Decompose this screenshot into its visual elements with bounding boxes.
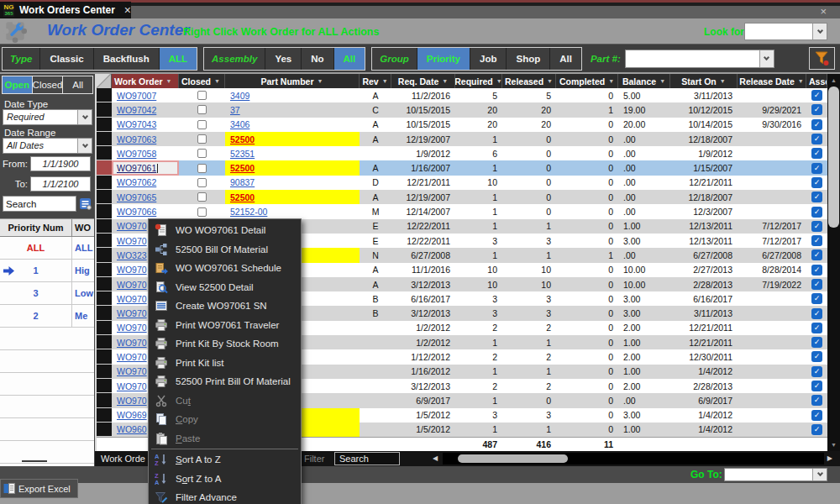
look-for-combo[interactable] bbox=[744, 23, 827, 40]
col-header-required[interactable]: Required bbox=[455, 74, 502, 88]
menu-item-sort-z-to-a[interactable]: ZASort Z to A bbox=[149, 470, 301, 489]
row-selector-cell[interactable] bbox=[97, 393, 112, 407]
filter-group-job-button[interactable]: Job bbox=[470, 48, 506, 70]
part-number-combo[interactable] bbox=[625, 50, 774, 68]
row-selector-cell[interactable] bbox=[97, 335, 112, 349]
tab-search[interactable]: Search bbox=[334, 452, 400, 465]
row-selector-cell[interactable] bbox=[97, 219, 112, 234]
assembly-checkbox[interactable] bbox=[811, 337, 822, 348]
from-date-field[interactable]: 1/1/1900 bbox=[30, 156, 91, 171]
part-number-link[interactable]: 52500 bbox=[230, 163, 255, 173]
chevron-down-icon[interactable] bbox=[812, 469, 827, 480]
work-order-link[interactable]: WO97065 bbox=[117, 192, 156, 202]
work-order-link[interactable]: WO97063 bbox=[117, 134, 156, 144]
row-selector-cell[interactable] bbox=[97, 118, 112, 132]
search-input[interactable]: Search bbox=[3, 196, 76, 212]
tab-work-orders[interactable]: Work Orde bbox=[101, 451, 145, 466]
row-selector-cell[interactable] bbox=[97, 263, 112, 277]
closed-checkbox[interactable] bbox=[197, 207, 207, 217]
col-header-release-date[interactable]: Release Date bbox=[738, 74, 806, 88]
filter-dropdown-icon[interactable] bbox=[608, 78, 614, 84]
menu-item-wo-wo97061-detail[interactable]: WO WO97061 Detail bbox=[149, 221, 301, 240]
assembly-checkbox[interactable] bbox=[811, 293, 822, 304]
closed-checkbox[interactable] bbox=[197, 164, 207, 173]
closed-checkbox[interactable] bbox=[197, 149, 207, 158]
assembly-checkbox[interactable] bbox=[811, 104, 822, 115]
work-order-link[interactable]: WO97042 bbox=[117, 105, 156, 115]
row-selector-cell[interactable] bbox=[97, 248, 112, 262]
work-order-link[interactable]: WO970 bbox=[117, 366, 147, 376]
closed-checkbox[interactable] bbox=[197, 134, 207, 144]
filter-dropdown-icon[interactable] bbox=[720, 78, 726, 84]
assembly-checkbox[interactable] bbox=[811, 163, 822, 174]
closed-checkbox[interactable] bbox=[197, 105, 207, 114]
date-type-combo[interactable]: Required bbox=[3, 109, 92, 125]
menu-item-52500-print-bill-of-material[interactable]: 52500 Print Bill Of Material bbox=[149, 372, 301, 391]
menu-item-52500-bill-of-material[interactable]: 52500 Bill Of Material bbox=[149, 240, 301, 260]
assembly-checkbox[interactable] bbox=[811, 265, 822, 276]
row-selector-cell[interactable] bbox=[97, 160, 112, 175]
priority-row[interactable]: 3Low bbox=[0, 282, 94, 305]
export-excel-button[interactable]: Export Excel bbox=[0, 479, 78, 498]
horizontal-scrollbar[interactable] bbox=[433, 453, 834, 465]
wo-priority-header[interactable]: WO bbox=[72, 219, 94, 236]
col-header-assemb[interactable]: Assemb bbox=[806, 74, 827, 88]
work-order-link[interactable]: WO970 bbox=[117, 294, 147, 304]
assembly-checkbox[interactable] bbox=[811, 424, 822, 435]
scroll-left-icon[interactable] bbox=[433, 455, 438, 462]
work-order-link[interactable]: WO970 bbox=[117, 265, 147, 275]
col-header-wo[interactable]: Work Order bbox=[112, 74, 179, 88]
horizontal-scroll-track[interactable] bbox=[443, 453, 824, 465]
assembly-checkbox[interactable] bbox=[811, 351, 822, 362]
col-header-balance[interactable]: Balance bbox=[618, 74, 670, 88]
filter-type-classic-button[interactable]: Classic bbox=[39, 48, 92, 70]
work-order-link[interactable]: WO970 bbox=[117, 338, 147, 348]
priority-row[interactable]: 1Hig bbox=[0, 260, 94, 282]
work-order-link[interactable]: WO970 bbox=[117, 396, 147, 406]
assembly-checkbox[interactable] bbox=[811, 410, 822, 421]
menu-item-print-kit-list[interactable]: Print Kit list bbox=[149, 354, 301, 373]
scroll-down-icon[interactable] bbox=[827, 439, 840, 450]
row-selector-cell[interactable] bbox=[97, 291, 112, 306]
table-row[interactable]: WO9706352500A12/19/2007100.0012/18/2007 bbox=[97, 132, 827, 146]
assembly-checkbox[interactable] bbox=[811, 119, 822, 130]
closed-checkbox[interactable] bbox=[197, 91, 207, 100]
table-row[interactable]: WO9706290837D12/21/20111000.0012/21/2011 bbox=[97, 176, 827, 190]
row-selector-cell[interactable] bbox=[97, 234, 112, 248]
work-order-link[interactable]: WO970 bbox=[117, 352, 147, 362]
table-row[interactable]: WO97058523511/9/2012600.001/9/2012 bbox=[97, 146, 827, 160]
work-order-link[interactable]: WO97043 bbox=[117, 119, 156, 129]
part-number-link[interactable]: 52500 bbox=[230, 134, 255, 144]
panel-resize-handle[interactable] bbox=[22, 460, 47, 462]
part-number-link[interactable]: 3406 bbox=[230, 119, 249, 129]
filter-type-backflush-button[interactable]: Backflush bbox=[93, 48, 159, 70]
work-order-link[interactable]: WO970 bbox=[117, 381, 147, 391]
table-row[interactable]: WO9706152500A1/16/2007100.001/15/2007 bbox=[97, 160, 827, 175]
part-number-link[interactable]: 3409 bbox=[230, 91, 249, 101]
filter-dropdown-icon[interactable] bbox=[547, 78, 553, 84]
row-selector-cell[interactable] bbox=[97, 176, 112, 190]
filter-assembly-no-button[interactable]: No bbox=[301, 48, 333, 70]
assembly-checkbox[interactable] bbox=[811, 395, 822, 406]
part-number-link[interactable]: 37 bbox=[230, 105, 240, 115]
row-selector-cell[interactable] bbox=[97, 423, 112, 437]
assembly-checkbox[interactable] bbox=[811, 308, 822, 319]
closed-checkbox[interactable] bbox=[197, 178, 207, 187]
row-selector-cell[interactable] bbox=[97, 365, 112, 379]
assembly-checkbox[interactable] bbox=[811, 221, 822, 232]
assembly-checkbox[interactable] bbox=[811, 279, 822, 290]
assembly-checkbox[interactable] bbox=[811, 381, 822, 391]
filter-dropdown-icon[interactable] bbox=[382, 78, 388, 84]
work-order-link[interactable]: WO97058 bbox=[117, 149, 156, 159]
scroll-right-icon[interactable] bbox=[827, 455, 832, 462]
closed-checkbox[interactable] bbox=[197, 120, 207, 129]
menu-item-sort-a-to-z[interactable]: AZSort A to Z bbox=[149, 450, 301, 470]
work-order-link[interactable]: WO97066 bbox=[117, 207, 156, 217]
view-all-button[interactable]: All bbox=[62, 76, 92, 93]
part-number-link[interactable]: 90837 bbox=[230, 177, 255, 187]
work-order-link[interactable]: WO970 bbox=[117, 280, 147, 290]
menu-item-wo-wo97061-schedule[interactable]: WO WO97061 Schedule bbox=[149, 259, 301, 278]
work-order-link[interactable]: WO97062 bbox=[117, 177, 156, 187]
work-order-link[interactable]: WO97061 bbox=[117, 163, 156, 173]
filter-group-priority-button[interactable]: Priority bbox=[417, 48, 470, 70]
